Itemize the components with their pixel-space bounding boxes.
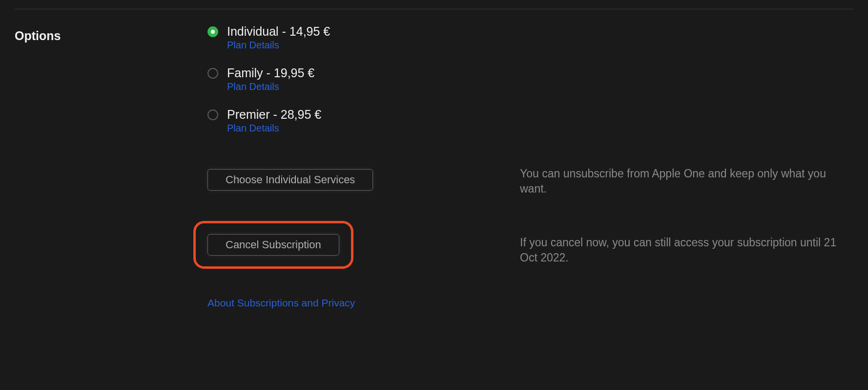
options-section-title: Options bbox=[15, 24, 207, 43]
cancel-subscription-description: If you cancel now, you can still access … bbox=[520, 235, 853, 265]
plan-details-link[interactable]: Plan Details bbox=[227, 81, 314, 92]
radio-selected-icon[interactable] bbox=[207, 26, 218, 37]
choose-individual-services-button[interactable]: Choose Individual Services bbox=[207, 169, 373, 191]
about-subscriptions-privacy-link[interactable]: About Subscriptions and Privacy bbox=[207, 297, 355, 309]
plan-option-family[interactable]: Family - 19,95 € Plan Details bbox=[207, 65, 520, 92]
plan-label: Premier - 28,95 € bbox=[227, 107, 321, 122]
choose-services-description: You can unsubscribe from Apple One and k… bbox=[520, 166, 853, 196]
plan-label: Individual - 14,95 € bbox=[227, 24, 330, 39]
plan-label: Family - 19,95 € bbox=[227, 65, 314, 80]
radio-unselected-icon[interactable] bbox=[207, 68, 218, 79]
radio-unselected-icon[interactable] bbox=[207, 109, 218, 120]
cancel-highlight-frame: Cancel Subscription bbox=[193, 221, 353, 269]
plan-option-individual[interactable]: Individual - 14,95 € Plan Details bbox=[207, 24, 520, 51]
cancel-subscription-button[interactable]: Cancel Subscription bbox=[207, 234, 339, 256]
plan-details-link[interactable]: Plan Details bbox=[227, 123, 321, 134]
plan-option-premier[interactable]: Premier - 28,95 € Plan Details bbox=[207, 107, 520, 134]
plan-details-link[interactable]: Plan Details bbox=[227, 40, 330, 51]
